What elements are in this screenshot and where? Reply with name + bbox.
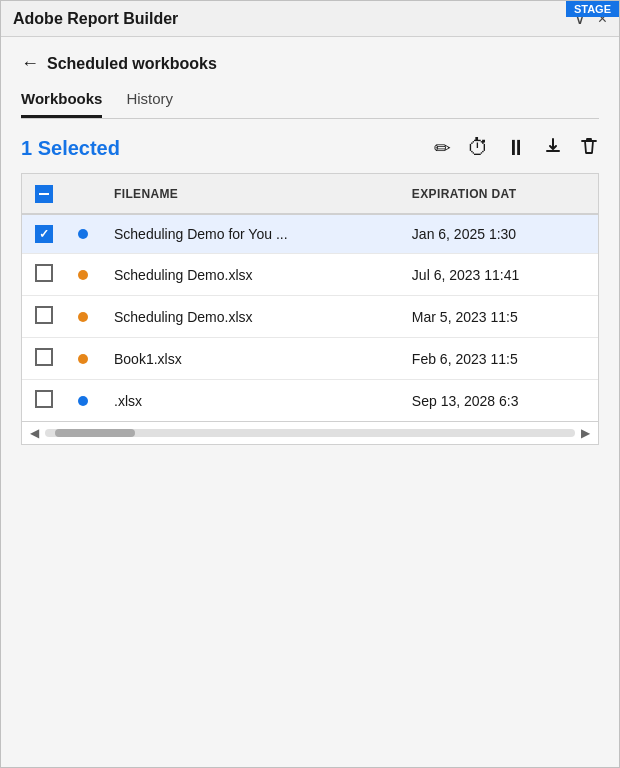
row-3-expiration: Mar 5, 2023 11:5 [400,296,598,338]
toolbar-icons: ✏ ⏱ ⏸ [434,135,599,161]
row-2-status-dot [78,270,88,280]
table-row: ✓ Scheduling Demo for You ... Jan 6, 202… [22,214,598,254]
table-row: .xlsx Sep 13, 2028 6:3 [22,380,598,422]
row-1-checkbox-cell[interactable]: ✓ [22,214,66,254]
table-row: Scheduling Demo.xlsx Jul 6, 2023 11:41 [22,254,598,296]
row-5-dot-cell [66,380,102,422]
edit-button[interactable]: ✏ [434,136,451,160]
back-nav[interactable]: ← Scheduled workbooks [21,53,599,74]
header-dot-col [66,174,102,214]
row-4-status-dot [78,354,88,364]
row-5-status-dot [78,396,88,406]
row-5-expiration: Sep 13, 2028 6:3 [400,380,598,422]
row-4-checkbox-cell[interactable] [22,338,66,380]
scroll-left-icon[interactable]: ◀ [30,426,39,440]
row-3-checkbox[interactable] [35,306,53,324]
row-5-checkbox-cell[interactable] [22,380,66,422]
tab-workbooks[interactable]: Workbooks [21,90,102,118]
scrollbar-thumb[interactable] [55,429,135,437]
selected-label: 1 Selected [21,137,120,160]
row-2-dot-cell [66,254,102,296]
row-3-checkbox-cell[interactable] [22,296,66,338]
row-4-filename: Book1.xlsx [102,338,400,380]
header-filename: FILENAME [102,174,400,214]
horizontal-scrollbar[interactable]: ◀ ▶ [22,421,598,444]
row-2-expiration: Jul 6, 2023 11:41 [400,254,598,296]
row-2-checkbox-cell[interactable] [22,254,66,296]
tab-history[interactable]: History [126,90,173,118]
row-1-status-dot [78,229,88,239]
table-header-row: FILENAME EXPIRATION DAT [22,174,598,214]
toolbar-row: 1 Selected ✏ ⏱ ⏸ [21,135,599,161]
row-2-filename: Scheduling Demo.xlsx [102,254,400,296]
row-4-expiration: Feb 6, 2023 11:5 [400,338,598,380]
app-window: Adobe Report Builder ∨ × STAGE ← Schedul… [0,0,620,768]
scrollbar-track[interactable] [45,429,575,437]
table: FILENAME EXPIRATION DAT ✓ Scheduling Dem… [22,174,598,421]
scroll-right-icon[interactable]: ▶ [581,426,590,440]
row-1-checkbox[interactable]: ✓ [35,225,53,243]
main-content: ← Scheduled workbooks Workbooks History … [1,37,619,767]
history-button[interactable]: ⏱ [467,135,489,161]
row-3-dot-cell [66,296,102,338]
title-bar: Adobe Report Builder ∨ × STAGE [1,1,619,37]
download-button[interactable] [543,136,563,161]
table-row: Scheduling Demo.xlsx Mar 5, 2023 11:5 [22,296,598,338]
row-3-status-dot [78,312,88,322]
app-title: Adobe Report Builder [13,10,178,28]
tab-bar: Workbooks History [21,90,599,119]
row-1-filename: Scheduling Demo for You ... [102,214,400,254]
workbooks-table: FILENAME EXPIRATION DAT ✓ Scheduling Dem… [21,173,599,445]
row-1-expiration: Jan 6, 2025 1:30 [400,214,598,254]
stage-badge: STAGE [566,1,619,17]
back-arrow-icon: ← [21,53,39,74]
row-5-filename: .xlsx [102,380,400,422]
row-4-dot-cell [66,338,102,380]
row-3-filename: Scheduling Demo.xlsx [102,296,400,338]
row-5-checkbox[interactable] [35,390,53,408]
header-checkbox-col[interactable] [22,174,66,214]
back-label: Scheduled workbooks [47,55,217,73]
pause-button[interactable]: ⏸ [505,135,527,161]
delete-button[interactable] [579,136,599,161]
header-expiration: EXPIRATION DAT [400,174,598,214]
select-all-checkbox[interactable] [35,185,53,203]
row-4-checkbox[interactable] [35,348,53,366]
row-2-checkbox[interactable] [35,264,53,282]
row-1-dot-cell [66,214,102,254]
table-row: Book1.xlsx Feb 6, 2023 11:5 [22,338,598,380]
